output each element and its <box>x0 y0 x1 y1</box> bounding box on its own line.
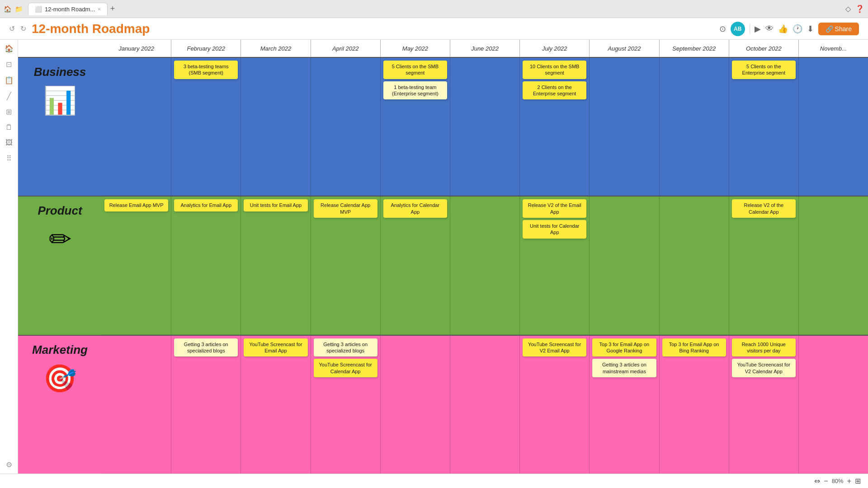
mkt-mar-note1[interactable]: YouTube Screencast for Email App <box>244 338 307 357</box>
business-cells: 3 beta-testing teams (SMB segment) 5 Cli… <box>102 58 868 196</box>
biz-may-note2[interactable]: 1 beta-testing team (Enterprise segment) <box>383 81 447 100</box>
marketing-label: Marketing 🎯 <box>18 336 102 474</box>
product-cell-jan[interactable]: Release Email App MVP <box>102 197 171 334</box>
product-cell-oct[interactable]: Release V2 of the Calendar App <box>729 197 799 334</box>
nav-back-button[interactable]: ↺ <box>9 24 15 33</box>
present-icon[interactable]: ▶ <box>755 24 761 34</box>
marketing-cell-aug[interactable]: Top 3 for Email App on Google Ranking Ge… <box>590 336 659 474</box>
home-icon[interactable]: 🏠 <box>4 5 11 13</box>
active-tab[interactable]: ⬜ 12-month Roadm... × <box>28 3 108 15</box>
marketing-cell-oct[interactable]: Reach 1000 Unique visitors per day YouTu… <box>729 336 799 474</box>
month-oct: October 2022 <box>729 40 799 57</box>
business-cell-oct[interactable]: 5 Clients on the Enterprise segment <box>729 58 799 196</box>
product-label: Product ✏ <box>18 197 102 334</box>
sidebar-dots-icon[interactable]: ⠿ <box>6 154 12 163</box>
toolbar: ↺ ↻ 12-month Roadmap ⊙ AB ▶ 👁 👍 🕐 ⬇ 🔗 Sh… <box>0 18 868 40</box>
prod-mar-note1[interactable]: Unit tests for Email App <box>244 199 307 211</box>
product-cells: Release Email App MVP Analytics for Emai… <box>102 197 868 334</box>
prod-feb-note1[interactable]: Analytics for Email App <box>174 199 238 211</box>
mkt-jul-note1[interactable]: YouTube Screencast for V2 Email App <box>523 338 586 357</box>
biz-jul-note1[interactable]: 10 Clients on the SMB segment <box>523 61 586 79</box>
focus-icon[interactable]: ⊙ <box>719 24 726 34</box>
business-cell-feb[interactable]: 3 beta-testing teams (SMB segment) <box>171 58 241 196</box>
product-cell-may[interactable]: Analytics for Calendar App <box>381 197 450 334</box>
sidebar-home-icon[interactable]: 🏠 <box>5 44 14 53</box>
product-cell-mar[interactable]: Unit tests for Email App <box>241 197 311 334</box>
mkt-feb-note1[interactable]: Getting 3 articles on specialized blogs <box>174 338 238 357</box>
marketing-cell-sep[interactable]: Top 3 for Email App on Bing Ranking <box>660 336 729 474</box>
mkt-aug-note1[interactable]: Top 3 for Email App on Google Ranking <box>592 338 656 357</box>
tab-bar-nav: 🏠 📁 <box>4 5 23 13</box>
mkt-oct-note2[interactable]: YouTube Screencast for V2 Calendar App <box>732 359 796 377</box>
month-jan: January 2022 <box>102 40 171 57</box>
marketing-cell-jul[interactable]: YouTube Screencast for V2 Email App <box>520 336 590 474</box>
view-icon[interactable]: 👁 <box>765 24 774 33</box>
prod-may-note1[interactable]: Analytics for Calendar App <box>383 199 447 218</box>
sidebar-line-icon[interactable]: ╱ <box>7 92 11 100</box>
business-cell-sep <box>660 58 729 196</box>
biz-feb-note1[interactable]: 3 beta-testing teams (SMB segment) <box>174 61 238 79</box>
product-title: Product <box>38 204 82 218</box>
new-tab-button[interactable]: + <box>110 4 115 14</box>
zoom-in-button[interactable]: + <box>847 477 851 485</box>
month-header-row: January 2022 February 2022 March 2022 Ap… <box>18 40 868 58</box>
fit-page-button[interactable]: ⇔ <box>814 477 820 485</box>
mkt-apr-note1[interactable]: Getting 3 articles on specialized blogs <box>314 338 377 357</box>
marketing-cell-apr[interactable]: Getting 3 articles on specialized blogs … <box>311 336 381 474</box>
help-icon[interactable]: ❓ <box>855 5 864 13</box>
prod-oct-note1[interactable]: Release V2 of the Calendar App <box>732 199 796 218</box>
nav-forward-button[interactable]: ↻ <box>20 24 26 33</box>
sidebar-image-icon[interactable]: 🖼 <box>5 139 13 147</box>
mkt-aug-note2[interactable]: Getting 3 articles on mainstream medias <box>592 359 656 377</box>
tab-close-button[interactable]: × <box>98 6 100 12</box>
canvas: January 2022 February 2022 March 2022 Ap… <box>18 40 868 474</box>
timer-icon[interactable]: 🕐 <box>793 24 802 34</box>
biz-may-note1[interactable]: 5 Clients on the SMB segment <box>383 61 447 79</box>
marketing-cell-jun <box>450 336 520 474</box>
sidebar-settings-icon[interactable]: ⚙ <box>6 460 12 469</box>
month-aug: August 2022 <box>590 40 659 57</box>
marketing-icon: 🎯 <box>43 362 77 394</box>
biz-oct-note1[interactable]: 5 Clients on the Enterprise segment <box>732 61 796 79</box>
marketing-section: Marketing 🎯 Getting 3 articles on specia… <box>18 336 868 474</box>
biz-jul-note2[interactable]: 2 Clients on the Enterprise segment <box>523 81 586 100</box>
prod-jul-note2[interactable]: Unit tests for Calendar App <box>523 220 586 239</box>
download-icon[interactable]: ⬇ <box>807 24 814 34</box>
sidebar-table-icon[interactable]: ⊞ <box>6 108 12 116</box>
diamond-icon[interactable]: ◇ <box>845 5 851 13</box>
business-cell-may[interactable]: 5 Clients on the SMB segment 1 beta-test… <box>381 58 450 196</box>
business-label: Business 📊 <box>18 58 102 196</box>
business-cell-jun <box>450 58 520 196</box>
prod-jan-note1[interactable]: Release Email App MVP <box>104 199 168 211</box>
business-cell-apr <box>311 58 381 196</box>
avatar[interactable]: AB <box>731 22 745 36</box>
toolbar-right: ⊙ AB ▶ 👁 👍 🕐 ⬇ 🔗 Share <box>719 22 859 36</box>
sidebar-sticker-icon[interactable]: 🗒 <box>5 123 13 131</box>
product-cell-jul[interactable]: Release V2 of the Email App Unit tests f… <box>520 197 590 334</box>
roadmap: January 2022 February 2022 March 2022 Ap… <box>18 40 868 474</box>
marketing-cell-feb[interactable]: Getting 3 articles on specialized blogs <box>171 336 241 474</box>
product-cell-feb[interactable]: Analytics for Email App <box>171 197 241 334</box>
main-area: 🏠 ⊡ 📋 ╱ ⊞ 🗒 🖼 ⠿ ⚙ January 2022 February … <box>0 40 868 474</box>
zoom-level: 80% <box>832 478 844 484</box>
prod-apr-note1[interactable]: Release Calendar App MVP <box>314 199 377 218</box>
mkt-sep-note1[interactable]: Top 3 for Email App on Bing Ranking <box>662 338 726 357</box>
business-cell-jul[interactable]: 10 Clients on the SMB segment 2 Clients … <box>520 58 590 196</box>
prod-jul-note1[interactable]: Release V2 of the Email App <box>523 199 586 218</box>
marketing-cell-may <box>381 336 450 474</box>
marketing-cell-jan <box>102 336 171 474</box>
marketing-cells: Getting 3 articles on specialized blogs … <box>102 336 868 474</box>
folder-icon[interactable]: 📁 <box>15 5 23 13</box>
zoom-out-button[interactable]: − <box>824 477 828 485</box>
sidebar-grid-icon[interactable]: ⊡ <box>6 60 12 69</box>
month-nov: Novemb... <box>799 40 868 57</box>
share-button[interactable]: 🔗 Share <box>818 23 859 35</box>
marketing-cell-nov <box>799 336 868 474</box>
fit-screen-button[interactable]: ⊞ <box>855 477 861 485</box>
mkt-apr-note2[interactable]: YouTube Screencast for Calendar App <box>314 359 377 377</box>
marketing-cell-mar[interactable]: YouTube Screencast for Email App <box>241 336 311 474</box>
like-icon[interactable]: 👍 <box>778 24 788 34</box>
product-cell-apr[interactable]: Release Calendar App MVP <box>311 197 381 334</box>
sidebar-text-icon[interactable]: 📋 <box>5 76 14 84</box>
mkt-oct-note1[interactable]: Reach 1000 Unique visitors per day <box>732 338 796 357</box>
